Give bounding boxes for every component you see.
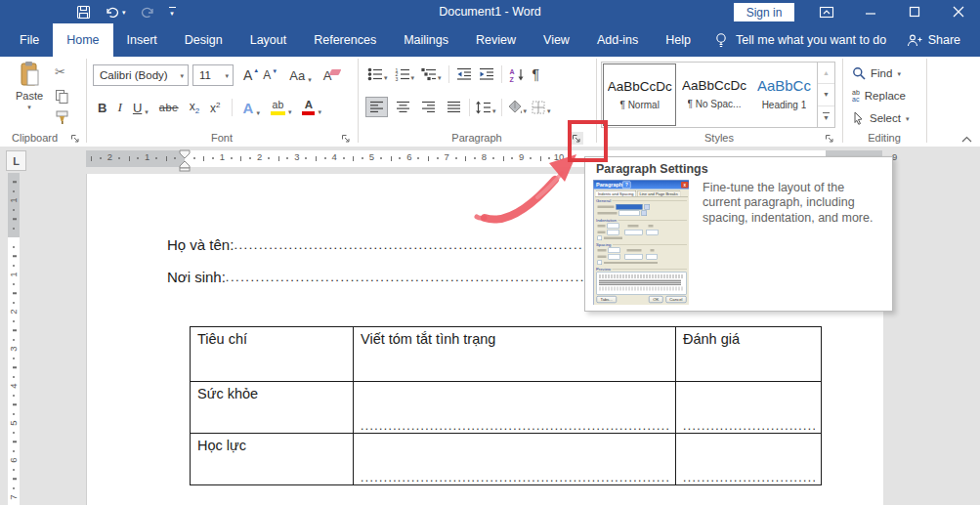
ribbon: Paste ▾ ✂ Clipboard (0, 57, 980, 147)
format-painter-button[interactable] (55, 110, 69, 125)
ruler-tick (13, 320, 15, 322)
ruler-number: 2 (9, 309, 19, 314)
ruler-tick (13, 339, 15, 341)
ruler-number: 4 (332, 152, 337, 162)
strikethrough-button[interactable]: abe (159, 102, 179, 113)
copy-button[interactable] (55, 89, 69, 104)
styles-gallery-more-button[interactable]: ▼ (818, 106, 834, 127)
style-card-no-spacing[interactable]: AaBbCcDc ¶ No Spac... (678, 63, 749, 124)
format-painter-icon (55, 110, 69, 125)
change-case-button[interactable]: Aa▾ (289, 68, 311, 83)
tab-stop-selector[interactable]: L (6, 150, 26, 171)
tab-review[interactable]: Review (462, 23, 530, 57)
scissors-icon: ✂ (55, 64, 65, 79)
text-effects-button[interactable]: A ▾ (243, 100, 260, 116)
font-dialog-launcher[interactable] (339, 132, 353, 145)
cut-button[interactable]: ✂ (55, 64, 65, 79)
tab-home[interactable]: Home (53, 23, 112, 57)
subscript-button[interactable]: x2 (190, 100, 199, 115)
tell-me-box[interactable]: Tell me what you want to do (704, 23, 896, 57)
ribbon-display-options-button[interactable] (804, 0, 848, 23)
styles-dialog-launcher[interactable] (823, 132, 836, 145)
style-card-normal[interactable]: AaBbCcDc ¶ Normal (603, 63, 676, 126)
replace-button[interactable]: abac Replace (852, 85, 906, 106)
table-dotted-line: ........................................ (683, 420, 815, 432)
shrink-font-button[interactable]: A▼ (263, 68, 277, 82)
minimize-button[interactable] (848, 0, 892, 23)
font-color-button[interactable]: A ▾ (302, 100, 321, 116)
show-hide-pilcrow-button[interactable]: ¶ (533, 66, 540, 82)
grow-font-button[interactable]: A▲ (243, 67, 259, 83)
select-button[interactable]: Select ▾ (852, 107, 909, 129)
paste-label: Paste (16, 90, 43, 102)
style-card-heading1[interactable]: AaBbCc Heading 1 (752, 63, 816, 124)
tab-references[interactable]: References (300, 23, 390, 57)
find-button[interactable]: Find ▾ (852, 63, 901, 84)
table-cell-r1c2[interactable]: Viết tóm tắt tình trạng (354, 327, 676, 382)
multilevel-list-button[interactable]: ▾ (421, 67, 442, 81)
tab-mailings[interactable]: Mailings (390, 23, 462, 57)
collapse-ribbon-button[interactable] (961, 136, 972, 143)
text-highlight-button[interactable]: ab ▾ (271, 100, 292, 115)
mini-help-button: ? (622, 181, 631, 189)
sort-button[interactable]: AZ (509, 67, 526, 82)
customize-qat-button[interactable]: ▾ (169, 7, 176, 17)
share-button[interactable]: Share (907, 23, 980, 57)
table-cell-r3c1[interactable]: Học lực (191, 434, 354, 484)
align-center-button[interactable] (393, 98, 413, 116)
clear-formatting-button[interactable]: A (323, 68, 332, 83)
paste-button[interactable]: Paste ▾ (8, 61, 51, 125)
mini-cancel-button: Cancel (665, 296, 686, 303)
bold-button[interactable]: B (98, 101, 107, 115)
underline-button[interactable]: U ▾ (133, 101, 149, 115)
indent-markers[interactable] (178, 149, 192, 172)
align-right-button[interactable] (418, 98, 439, 116)
superscript-button[interactable]: x2 (210, 101, 220, 115)
bullets-button[interactable]: ▾ (367, 67, 388, 81)
borders-button[interactable]: ▾ (532, 101, 551, 114)
tab-help[interactable]: Help (652, 23, 704, 57)
close-button[interactable] (936, 0, 980, 23)
undo-button[interactable]: ▾ (105, 5, 126, 19)
ruler-tick (13, 218, 17, 220)
undo-dropdown-caret[interactable]: ▾ (122, 9, 126, 16)
increase-indent-button[interactable] (479, 67, 494, 81)
maximize-button[interactable] (892, 0, 936, 23)
save-button[interactable] (76, 5, 91, 20)
table-cell-r3c3[interactable]: ........................................ (676, 434, 821, 484)
numbering-button[interactable]: 123 ▾ (395, 67, 415, 81)
tab-add-ins[interactable]: Add-ins (583, 23, 652, 57)
table-cell-r1c1[interactable]: Tiêu chí (191, 327, 354, 382)
tab-file[interactable]: File (6, 23, 53, 57)
sign-in-button[interactable]: Sign in (734, 3, 794, 21)
document-table[interactable]: Tiêu chí Viết tóm tắt tình trạng Đánh gi… (190, 326, 822, 485)
svg-text:3: 3 (395, 76, 398, 82)
tab-design[interactable]: Design (171, 23, 236, 57)
paste-dropdown-caret[interactable]: ▾ (27, 104, 31, 110)
mini-section-indentation: Indentation (596, 218, 687, 223)
styles-group-label: Styles (596, 132, 842, 144)
italic-button[interactable]: I (117, 100, 122, 115)
justify-button[interactable] (444, 98, 464, 116)
tab-view[interactable]: View (530, 23, 583, 57)
ruler-tick (174, 157, 176, 159)
table-cell-r3c2[interactable]: ........................................… (354, 434, 676, 484)
font-name-combobox[interactable]: Calibri (Body)▾ (93, 64, 189, 86)
vertical-ruler[interactable]: 12345671 (8, 173, 20, 505)
shading-button[interactable]: ▾ (507, 100, 528, 114)
tab-layout[interactable]: Layout (236, 23, 301, 57)
ruler-tick (129, 156, 130, 161)
line-spacing-button[interactable]: ▾ (475, 101, 496, 114)
ruler-number: 1 (9, 272, 19, 276)
align-left-button[interactable] (365, 97, 388, 117)
decrease-indent-button[interactable] (456, 67, 472, 81)
table-cell-r2c1[interactable]: Sức khỏe (191, 382, 354, 434)
clipboard-dialog-launcher[interactable] (68, 132, 82, 145)
font-size-combobox[interactable]: 11▾ (192, 64, 234, 86)
table-cell-r2c2[interactable]: ........................................… (354, 382, 676, 434)
table-cell-r1c3[interactable]: Đánh giá (676, 327, 821, 382)
table-dotted-line: ........................................… (361, 420, 669, 432)
styles-scroll-down-button[interactable]: ▼ (818, 84, 834, 105)
table-cell-r2c3[interactable]: ........................................ (676, 382, 821, 434)
tab-insert[interactable]: Insert (113, 23, 171, 57)
